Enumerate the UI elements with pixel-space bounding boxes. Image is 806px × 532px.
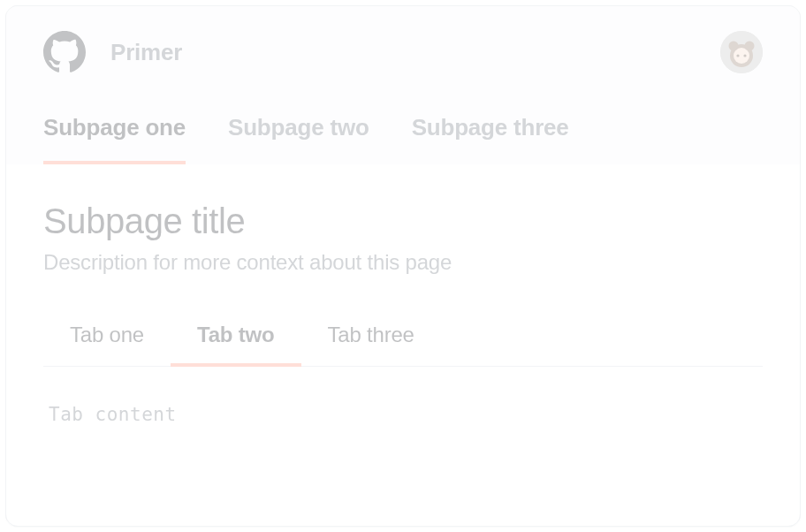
subpage-label: Subpage two: [228, 114, 369, 141]
brand-left: Primer: [43, 31, 182, 73]
tab-label: Tab one: [70, 323, 144, 346]
subpage-item-three[interactable]: Subpage three: [412, 114, 569, 164]
tab-content: Tab content: [43, 367, 763, 462]
tab-label: Tab two: [197, 323, 274, 346]
tab-bar: Tab one Tab two Tab three: [43, 310, 763, 367]
svg-point-6: [743, 54, 746, 57]
svg-point-3: [729, 42, 739, 51]
subpage-label: Subpage three: [412, 114, 569, 141]
subpage-item-one[interactable]: Subpage one: [43, 114, 186, 164]
github-mark-icon: [43, 31, 86, 73]
page-description: Description for more context about this …: [43, 250, 763, 275]
app-frame: Primer Subpage one Subpage two: [5, 5, 801, 527]
tab-three[interactable]: Tab three: [301, 310, 441, 367]
tab-two[interactable]: Tab two: [171, 310, 300, 367]
main: Subpage title Description for more conte…: [6, 164, 800, 526]
svg-point-4: [745, 42, 755, 51]
subpage-nav: Subpage one Subpage two Subpage three: [43, 114, 763, 164]
subpage-item-two[interactable]: Subpage two: [228, 114, 369, 164]
svg-point-5: [736, 54, 739, 57]
brand-row: Primer: [43, 31, 763, 73]
tab-one[interactable]: Tab one: [43, 310, 171, 367]
page-title: Subpage title: [43, 201, 763, 241]
subpage-label: Subpage one: [43, 114, 186, 141]
brand-label: Primer: [110, 39, 182, 66]
tab-label: Tab three: [328, 323, 414, 346]
header: Primer Subpage one Subpage two: [6, 6, 800, 164]
avatar[interactable]: [720, 31, 763, 73]
